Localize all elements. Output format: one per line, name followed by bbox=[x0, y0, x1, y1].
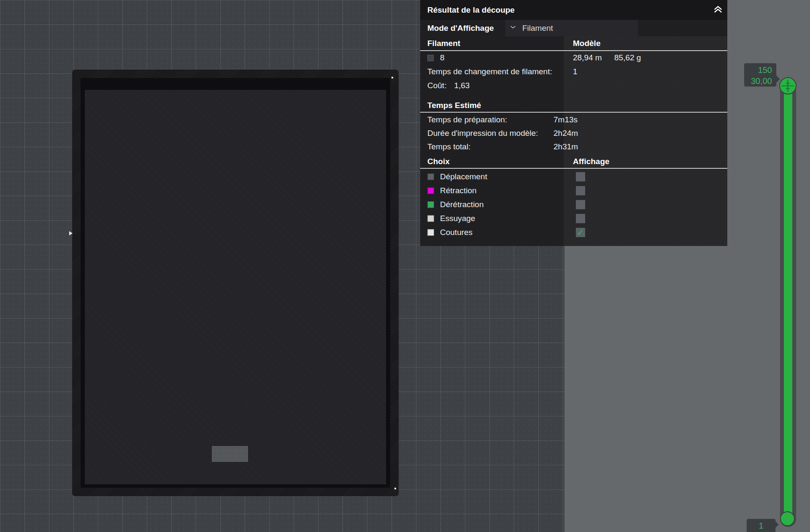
model-top-surface bbox=[85, 90, 386, 484]
option-label: Déplacement bbox=[440, 172, 487, 181]
layer-slider-top-handle[interactable] bbox=[779, 77, 796, 95]
filament-color-swatch bbox=[427, 55, 434, 61]
time-label: Temps de préparation: bbox=[427, 115, 507, 124]
wipe-color-swatch bbox=[427, 215, 434, 222]
separator bbox=[420, 168, 727, 169]
time-row: Temps de préparation: 7m13s bbox=[420, 113, 727, 127]
option-label: Rétraction bbox=[440, 186, 477, 195]
time-label: Durée d'impression du modèle: bbox=[427, 129, 538, 138]
filament-weight: 85,62 g bbox=[614, 53, 641, 62]
display-mode-label: Mode d'Affichage bbox=[427, 24, 494, 33]
cost-row: Coût: 1,63 bbox=[420, 78, 727, 93]
travel-checkbox[interactable] bbox=[576, 172, 585, 181]
time-label: Temps total: bbox=[427, 142, 470, 151]
time-value: 7m13s bbox=[554, 115, 578, 124]
retraction-color-swatch bbox=[427, 187, 434, 194]
time-row: Durée d'impression du modèle: 2h24m bbox=[420, 127, 727, 140]
option-row-deretraction: Dérétraction bbox=[420, 197, 727, 211]
time-row: Temps total: 2h31m bbox=[420, 140, 727, 154]
model-recess bbox=[211, 445, 249, 463]
model-column-header: Modèle bbox=[573, 39, 600, 48]
model-inner-margin bbox=[81, 78, 390, 488]
edge-marker bbox=[69, 231, 73, 235]
seam-color-swatch bbox=[427, 229, 434, 236]
time-section-header: Temps Estimé bbox=[420, 99, 727, 112]
layer-slider-bottom-value: 1 bbox=[746, 518, 776, 532]
travel-color-swatch bbox=[427, 173, 434, 180]
filament-row[interactable]: 8 28,94 m 85,62 g bbox=[420, 51, 727, 65]
panel-title: Résultat de la découpe bbox=[427, 5, 515, 15]
chevron-down-icon bbox=[509, 23, 517, 33]
slicer-app-window: Résultat de la découpe Mode d'Affichage … bbox=[0, 0, 810, 532]
cost-label: Coût: bbox=[427, 81, 446, 90]
tooltip-pointer bbox=[771, 521, 778, 528]
bottom-layer-number: 1 bbox=[759, 521, 763, 530]
display-mode-value: Filament bbox=[522, 24, 553, 33]
time-value: 2h31m bbox=[554, 142, 578, 151]
choice-column-header: Choix bbox=[427, 157, 450, 166]
retraction-checkbox[interactable] bbox=[576, 186, 585, 195]
filament-change-label: Temps de changement de filament: bbox=[427, 67, 552, 76]
cost-value: 1,63 bbox=[454, 81, 470, 90]
filament-change-row: Temps de changement de filament: 1 bbox=[420, 65, 727, 78]
layer-slider-fill bbox=[784, 82, 792, 523]
display-mode-select[interactable]: Filament bbox=[505, 20, 638, 36]
deretraction-color-swatch bbox=[427, 201, 434, 208]
option-row-deplacement: Déplacement bbox=[420, 170, 727, 184]
layer-slider-top-value: 150 30,00 bbox=[744, 63, 777, 87]
time-value: 2h24m bbox=[554, 129, 578, 138]
tooltip-pointer bbox=[772, 75, 780, 83]
options-header-row: Choix Affichage bbox=[420, 155, 727, 168]
filament-length: 28,94 m bbox=[573, 53, 602, 62]
option-label: Dérétraction bbox=[440, 200, 484, 209]
option-label: Coutures bbox=[440, 228, 472, 237]
separator bbox=[420, 112, 727, 113]
top-layer-height: 30,00 bbox=[744, 76, 772, 86]
panel-header: Résultat de la découpe bbox=[420, 0, 727, 20]
filament-table-header: Filament Modèle bbox=[420, 36, 727, 50]
collapse-panel-button[interactable] bbox=[712, 4, 724, 16]
display-column-header: Affichage bbox=[573, 157, 610, 166]
top-layer-number: 150 bbox=[744, 65, 772, 76]
seam-marker-bottom bbox=[394, 488, 396, 489]
deretraction-checkbox[interactable] bbox=[576, 200, 585, 209]
option-label: Essuyage bbox=[440, 214, 475, 223]
wipe-checkbox[interactable] bbox=[576, 214, 585, 223]
seam-checkbox[interactable]: ✓ bbox=[576, 228, 585, 237]
time-section-title: Temps Estimé bbox=[427, 101, 481, 110]
slicing-result-panel: Résultat de la découpe Mode d'Affichage … bbox=[420, 0, 727, 246]
option-row-essuyage: Essuyage bbox=[420, 211, 727, 225]
option-row-retraction: Rétraction bbox=[420, 184, 727, 197]
seam-marker-top bbox=[392, 77, 393, 78]
printed-model[interactable] bbox=[72, 70, 399, 496]
layer-slider-bottom-handle[interactable] bbox=[780, 511, 795, 526]
filament-id: 8 bbox=[440, 53, 445, 62]
option-row-coutures: Coutures ✓ bbox=[420, 225, 727, 239]
crosshair-icon bbox=[780, 88, 796, 95]
filament-column-header: Filament bbox=[427, 39, 460, 48]
chevron-double-up-icon bbox=[713, 4, 724, 17]
filament-change-value: 1 bbox=[573, 67, 578, 76]
